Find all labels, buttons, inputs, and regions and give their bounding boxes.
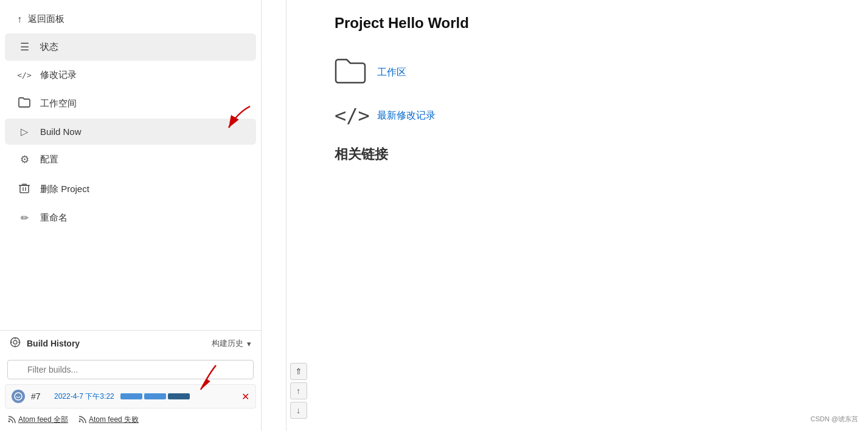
chevron-down-icon: ▾ (247, 339, 251, 348)
main-content: Project Hello World 工作区 </> 最新修改记录 相关链接 (310, 0, 868, 431)
sidebar-item-rename[interactable]: ✏ 重命名 (5, 205, 256, 231)
workspace-link[interactable]: 工作区 (377, 66, 406, 79)
configure-icon: ⚙ (17, 153, 32, 166)
build-history-icon (10, 337, 21, 350)
sidebar-item-changes[interactable]: </> 修改记录 (5, 62, 256, 88)
svg-point-11 (79, 421, 81, 422)
build-history-title: Build History (10, 337, 80, 350)
build-date-link[interactable]: 2022-4-7 下午3:22 (54, 391, 114, 402)
build-history-header: Build History 构建历史 ▾ (0, 331, 261, 356)
build-history-right[interactable]: 构建历史 ▾ (212, 338, 251, 349)
rename-icon: ✏ (17, 212, 32, 224)
sidebar-item-workspace-label: 工作空间 (40, 98, 77, 109)
build-history-section: Build History 构建历史 ▾ 🔍 (0, 330, 261, 431)
sidebar-item-delete[interactable]: 删除 Project (5, 174, 256, 204)
link-section: 工作区 </> 最新修改记录 (335, 56, 844, 127)
build-item: #7 2022-4-7 下午3:22 (5, 384, 256, 409)
sidebar-item-configure[interactable]: ⚙ 配置 (5, 146, 256, 173)
sidebar-item-status-label: 状态 (40, 41, 58, 53)
filter-input-container: 🔍 (7, 360, 254, 379)
svg-point-3 (13, 340, 17, 344)
scroll-down-button[interactable]: ↓ (290, 402, 307, 419)
atom-feed-all-label: Atom feed 全部 (18, 415, 68, 425)
status-icon: ☰ (17, 41, 32, 53)
build-bar-2 (144, 393, 166, 399)
delete-icon (17, 182, 32, 196)
atom-feed-failed-link[interactable]: Atom feed 失败 (78, 415, 139, 425)
sidebar-item-delete-label: 删除 Project (40, 184, 89, 195)
scroll-top-button[interactable]: ⇑ (290, 363, 307, 380)
build-bars (120, 393, 237, 399)
build-footer: Atom feed 全部 Atom feed 失败 (0, 411, 261, 431)
watermark: CSDN @琥东莒 (811, 415, 858, 424)
filter-input-wrapper: 🔍 (0, 356, 261, 384)
code-icon: </> (335, 104, 365, 127)
back-label: 返回面板 (28, 13, 64, 25)
changes-icon: </> (17, 71, 32, 80)
rss-icon-failed (78, 415, 86, 425)
section-heading: 相关链接 (335, 145, 844, 164)
build-number: #7 (31, 391, 48, 401)
folder-icon (335, 56, 365, 89)
atom-feed-failed-label: Atom feed 失败 (89, 415, 139, 425)
build-now-icon: ▷ (17, 126, 32, 137)
sidebar-item-configure-label: 配置 (40, 154, 58, 165)
build-close-button[interactable]: ✕ (241, 391, 249, 402)
scroll-up-button[interactable]: ↑ (290, 382, 307, 399)
build-list: #7 2022-4-7 下午3:22 (0, 384, 261, 409)
scroll-controls: ⇑ ↑ ↓ (286, 0, 310, 431)
changes-link-item: </> 最新修改记录 (335, 104, 844, 127)
filter-builds-input[interactable] (7, 360, 254, 379)
build-bar-3 (168, 393, 190, 399)
sidebar-item-build-now[interactable]: ▷ Build Now (5, 119, 256, 145)
up-arrow-icon: ↑ (17, 14, 22, 25)
atom-feed-all-link[interactable]: Atom feed 全部 (7, 415, 68, 425)
build-bar-1 (120, 393, 142, 399)
sidebar-item-status[interactable]: ☰ 状态 (5, 33, 256, 61)
page-title: Project Hello World (335, 15, 844, 32)
build-status-icon (12, 390, 25, 403)
svg-rect-1 (20, 185, 29, 193)
changes-link[interactable]: 最新修改记录 (377, 109, 436, 122)
sidebar-item-changes-label: 修改记录 (40, 69, 77, 81)
sidebar-item-rename-label: 重命名 (40, 212, 68, 224)
svg-point-10 (9, 421, 10, 422)
back-button[interactable]: ↑ 返回面板 (5, 6, 256, 32)
history-text: 构建历史 (212, 338, 243, 349)
rss-icon-all (7, 415, 16, 425)
svg-point-8 (15, 393, 22, 400)
sidebar-item-workspace[interactable]: 工作空间 (5, 89, 256, 117)
build-history-label: Build History (27, 339, 80, 348)
workspace-icon (17, 97, 32, 110)
sidebar-item-build-now-label: Build Now (40, 126, 82, 137)
workspace-link-item: 工作区 (335, 56, 844, 89)
